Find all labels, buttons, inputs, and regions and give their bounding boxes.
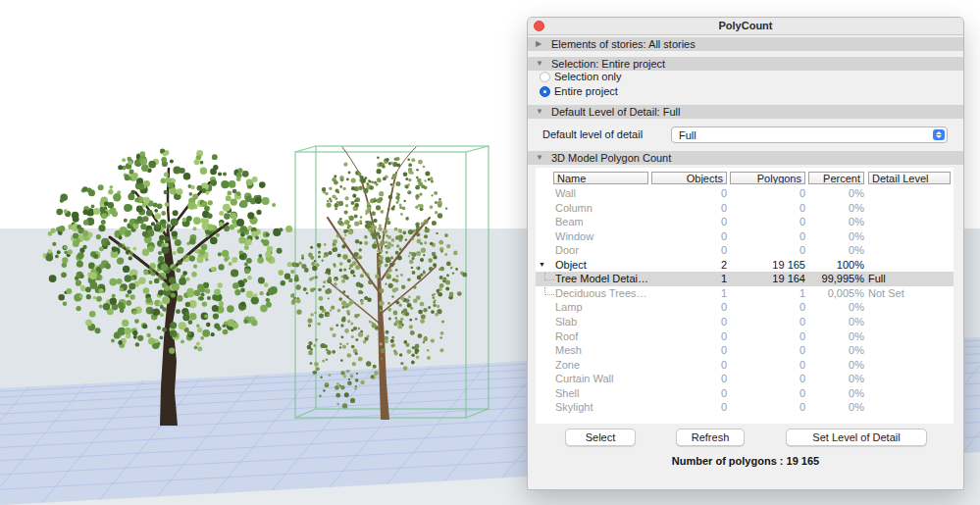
cell-name: Lamp xyxy=(555,300,649,315)
disclosure-right-icon: ▶ xyxy=(536,37,542,51)
section-label-polycount: 3D Model Polygon Count xyxy=(551,151,671,165)
cell-obj: 2 xyxy=(651,258,727,273)
cell-name: Wall xyxy=(555,186,649,201)
section-label-selection: Selection: Entire project xyxy=(551,57,665,71)
cell-obj: 0 xyxy=(651,343,727,358)
table-row-beam[interactable]: Beam000% xyxy=(536,215,954,229)
cell-pct: 0% xyxy=(808,215,864,229)
cell-poly: 1 xyxy=(730,286,805,301)
section-selection[interactable]: ▼ Selection: Entire project xyxy=(528,57,963,71)
disclosure-down-icon: ▼ xyxy=(536,105,543,119)
section-default-level-of-detail[interactable]: ▼ Default Level of Detail: Full xyxy=(528,105,963,119)
column-header-name[interactable]: Name xyxy=(553,172,648,184)
table-row-tree-model-detailed[interactable]: Tree Model Detailed...119 16499,995%Full xyxy=(536,272,954,286)
table-row-window[interactable]: Window000% xyxy=(536,229,954,244)
disclosure-down-icon: ▼ xyxy=(536,151,543,165)
tree-branch-icon xyxy=(544,287,554,295)
cell-obj: 1 xyxy=(651,272,727,286)
cell-pct: 0% xyxy=(808,372,864,386)
refresh-button[interactable]: Refresh xyxy=(676,429,745,446)
dropdown-stepper-icon[interactable] xyxy=(933,129,945,140)
select-button[interactable]: Select xyxy=(565,429,636,446)
cell-pct: 0% xyxy=(808,386,864,401)
app-canvas: PolyCount ▶ Elements of stories: All sto… xyxy=(0,0,980,505)
radio-selection-only-label: Selection only xyxy=(554,71,622,82)
table-row-deciduous-trees-28[interactable]: Deciduous Trees 28....110,005%Not Set xyxy=(536,286,954,301)
table-row-roof[interactable]: Roof000% xyxy=(536,329,954,344)
cell-poly: 0 xyxy=(730,329,805,344)
radio-unselected-icon[interactable] xyxy=(540,72,550,82)
cell-name: Object xyxy=(555,258,649,273)
tree-branch-icon xyxy=(544,273,554,280)
cell-pct: 0% xyxy=(808,329,864,344)
set-level-of-detail-button[interactable]: Set Level of Detail xyxy=(786,429,927,446)
cell-poly: 0 xyxy=(730,358,805,373)
cell-poly: 0 xyxy=(730,400,805,415)
table-row-shell[interactable]: Shell000% xyxy=(536,386,954,401)
table-row-object[interactable]: ▼Object219 165100% xyxy=(536,258,954,273)
section-3d-polygon-count[interactable]: ▼ 3D Model Polygon Count xyxy=(528,151,963,165)
cell-poly: 0 xyxy=(730,215,805,229)
table-row-slab[interactable]: Slab000% xyxy=(536,315,954,329)
table-row-lamp[interactable]: Lamp000% xyxy=(536,300,954,315)
cell-poly: 0 xyxy=(730,343,805,358)
dropdown-label: Default level of detail xyxy=(542,128,643,140)
polycount-window: PolyCount ▶ Elements of stories: All sto… xyxy=(527,17,964,490)
cell-poly: 0 xyxy=(730,300,805,315)
section-label-detail: Default Level of Detail: Full xyxy=(551,105,680,119)
cell-obj: 0 xyxy=(651,400,727,415)
cell-poly: 0 xyxy=(730,315,805,329)
table-row-wall[interactable]: Wall000% xyxy=(536,186,954,201)
cell-pct: 0% xyxy=(808,343,864,358)
column-header-detail-level[interactable]: Detail Level xyxy=(868,172,951,184)
cell-pct: 0% xyxy=(808,400,864,415)
column-header-polygons[interactable]: Polygons xyxy=(730,172,805,184)
window-titlebar[interactable]: PolyCount xyxy=(528,18,963,35)
cell-obj: 0 xyxy=(651,243,727,258)
cell-pct: 0% xyxy=(808,186,864,201)
cell-obj: 0 xyxy=(651,229,727,244)
polygon-total: Number of polygons : 19 165 xyxy=(528,455,963,467)
cell-name: Roof xyxy=(555,329,649,344)
radio-entire-project[interactable]: Entire project xyxy=(540,85,618,98)
cell-name: Zone xyxy=(555,358,649,373)
radio-entire-project-label: Entire project xyxy=(554,85,618,97)
cell-pct: 99,995% xyxy=(808,272,864,286)
cell-obj: 0 xyxy=(651,300,727,315)
cell-name: Door xyxy=(555,243,649,258)
cell-poly: 19 164 xyxy=(730,272,805,286)
default-detail-row: Default level of detail Full xyxy=(528,126,963,145)
cell-pct: 0% xyxy=(808,229,864,244)
section-elements-of-stories[interactable]: ▶ Elements of stories: All stories xyxy=(528,37,963,51)
cell-name: Slab xyxy=(555,315,649,329)
disclosure-down-icon: ▼ xyxy=(536,57,543,71)
cell-obj: 0 xyxy=(651,186,727,201)
table-row-column[interactable]: Column000% xyxy=(536,201,954,216)
table-row-zone[interactable]: Zone000% xyxy=(536,358,954,373)
cell-poly: 0 xyxy=(730,386,805,401)
table-row-curtain-wall[interactable]: Curtain Wall000% xyxy=(536,372,954,386)
radio-selection-only[interactable]: Selection only xyxy=(540,71,622,83)
detail-level-dropdown[interactable]: Full xyxy=(671,126,948,143)
column-header-percent[interactable]: Percent xyxy=(808,172,864,184)
row-expander-icon[interactable]: ▼ xyxy=(539,258,545,273)
table-row-skylight[interactable]: Skylight000% xyxy=(536,400,954,415)
cell-det: Full xyxy=(868,272,952,286)
cell-name: Deciduous Trees 28.... xyxy=(555,286,649,301)
radio-selected-icon[interactable] xyxy=(540,86,550,97)
cell-pct: 0,005% xyxy=(808,286,864,301)
cell-obj: 0 xyxy=(651,201,727,216)
cell-obj: 0 xyxy=(651,358,727,373)
cell-obj: 0 xyxy=(651,386,727,401)
dropdown-value: Full xyxy=(679,129,696,141)
column-header-objects[interactable]: Objects xyxy=(651,172,727,184)
cell-pct: 0% xyxy=(808,243,864,258)
cell-poly: 0 xyxy=(730,243,805,258)
cell-pct: 0% xyxy=(808,358,864,373)
cell-det: Not Set xyxy=(868,286,952,301)
cell-name: Beam xyxy=(555,215,649,229)
table-row-mesh[interactable]: Mesh000% xyxy=(536,343,954,358)
cell-poly: 0 xyxy=(730,372,805,386)
table-row-door[interactable]: Door000% xyxy=(536,243,954,258)
cell-pct: 0% xyxy=(808,201,864,216)
